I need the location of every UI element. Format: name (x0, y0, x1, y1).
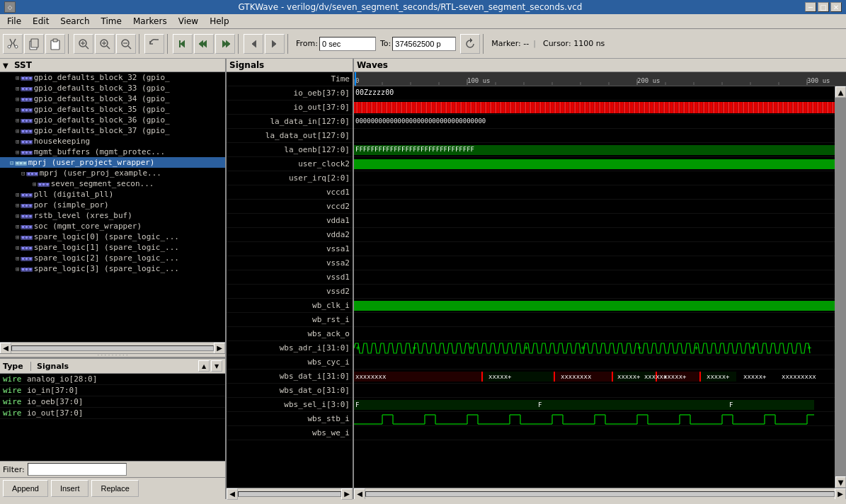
tree-item[interactable]: ⊞ ▣▣▣ pll (digital_pll) (0, 189, 225, 200)
signals-mid-hscroll[interactable]: ◀ ▶ (227, 488, 353, 499)
signal-row-4[interactable]: wire io_out[37:0] (0, 408, 225, 419)
tree-item[interactable]: ⊞ ▣▣▣ spare_logic[0] (spare_logic_... (0, 231, 225, 242)
waves-scroll-down[interactable]: ▼ (835, 476, 846, 488)
expand-icon[interactable]: ⊞ (16, 127, 19, 134)
tree-item[interactable]: ⊞ ▣▣▣ spare_logic[3] (spare_logic_... (0, 263, 225, 274)
signal-row-1[interactable]: wire analog_io[28:0] (0, 374, 225, 385)
maximize-button[interactable]: □ (818, 2, 829, 12)
signal-name-time: Time (227, 72, 353, 86)
waves-area[interactable]: 0 100 us 200 us 300 us (354, 72, 846, 499)
tree-item[interactable]: ⊟ ▣▣▣ mprj (user_proj_example... (0, 168, 225, 178)
prev-marker-button[interactable] (244, 34, 263, 54)
menu-help[interactable]: Help (204, 15, 234, 28)
waves-scroll-track-v[interactable] (835, 98, 846, 476)
expand-icon[interactable]: ⊞ (16, 96, 19, 103)
prev-button[interactable] (194, 34, 214, 54)
waves-scroll-track-h[interactable] (365, 491, 835, 497)
menu-time[interactable]: Time (96, 15, 127, 28)
wave-row-vssd2 (354, 285, 835, 299)
expand-icon[interactable]: ⊞ (16, 265, 19, 273)
wave-svg-wbs-sel: F F F (354, 398, 835, 412)
tree-item[interactable]: ⊞ ▣▣▣ gpio_defaults_block_34 (gpio_ (0, 93, 225, 104)
expand-icon[interactable]: ⊞ (16, 117, 19, 124)
zoom-in-button[interactable] (95, 34, 115, 54)
tree-item[interactable]: ⊞ ▣▣▣ rstb_level (xres_buf) (0, 210, 225, 221)
expand-icon[interactable]: ⊞ (16, 234, 19, 241)
signal-row-2[interactable]: wire io_in[37:0] (0, 385, 225, 396)
sst-scroll-track[interactable] (11, 345, 214, 351)
tree-item[interactable]: ⊞ ▣▣▣ gpio_defaults_block_32 (gpio_ (0, 72, 225, 83)
tree-item-mprj[interactable]: ⊟ ▣▣▣ mprj (user_project_wrapper) (0, 157, 225, 168)
waves-vscroll[interactable]: ▲ ▼ (835, 86, 846, 488)
expand-icon[interactable]: ⊞ (16, 244, 19, 251)
expand-icon[interactable]: ⊞ (33, 181, 36, 188)
expand-icon[interactable]: ⊞ (16, 223, 19, 230)
to-input[interactable] (392, 37, 456, 51)
waves-scroll-left[interactable]: ◀ (354, 488, 365, 500)
mid-scroll-left[interactable]: ◀ (227, 488, 238, 500)
wave-row-wbs-sel: F F F (354, 398, 835, 412)
expand-icon[interactable]: ⊞ (16, 149, 19, 156)
expand-icon[interactable]: ⊞ (16, 191, 19, 198)
from-input[interactable] (319, 37, 376, 51)
waves-canvas[interactable]: 00Zzzzz00 000000000000000000000000000000… (354, 86, 846, 488)
signals-list[interactable]: wire analog_io[28:0] wire io_in[37:0] wi… (0, 374, 225, 461)
next-marker-button[interactable] (265, 34, 285, 54)
minimize-button[interactable]: − (805, 2, 816, 12)
menu-view[interactable]: View (173, 15, 204, 28)
sst-scroll-right[interactable]: ▶ (214, 343, 225, 354)
signal-row-3[interactable]: wire io_oeb[37:0] (0, 396, 225, 408)
expand-icon[interactable]: ⊞ (16, 85, 19, 92)
menu-search[interactable]: Search (55, 15, 95, 28)
zoom-out-button[interactable] (116, 34, 136, 54)
next-button[interactable] (215, 34, 235, 54)
cut-button[interactable] (3, 34, 23, 54)
sst-collapse-icon[interactable]: ▼ (3, 62, 8, 69)
waves-hscroll[interactable]: ◀ ▶ (354, 488, 846, 499)
undo-button[interactable] (144, 34, 164, 54)
signals-scroll-down[interactable]: ▼ (211, 360, 222, 372)
tree-item[interactable]: ⊞ ▣▣▣ mgmt_buffers (mgmt_protec... (0, 147, 225, 157)
signal-name-vssd2: vssd2 (227, 285, 353, 299)
menu-file[interactable]: File (1, 15, 27, 28)
sst-tree[interactable]: ⊞ ▣▣▣ gpio_defaults_block_32 (gpio_ ⊞ ▣▣… (0, 72, 225, 342)
filter-input[interactable] (28, 463, 127, 476)
close-button[interactable]: ✕ (830, 2, 842, 12)
mid-scroll-track[interactable] (238, 491, 341, 497)
tree-item[interactable]: ⊞ ▣▣▣ spare_logic[1] (spare_logic_... (0, 242, 225, 253)
replace-button[interactable]: Replace (91, 480, 138, 497)
tree-item[interactable]: ⊞ ▣▣▣ spare_logic[2] (spare_logic_... (0, 253, 225, 263)
expand-icon[interactable]: ⊞ (16, 106, 19, 113)
separator-1 (68, 34, 71, 54)
tree-item[interactable]: ⊞ ▣▣▣ gpio_defaults_block_35 (gpio_ (0, 104, 225, 115)
tree-item[interactable]: ⊞ ▣▣▣ housekeeping (0, 136, 225, 147)
expand-icon[interactable]: ⊞ (16, 74, 19, 81)
menu-markers[interactable]: Markers (127, 15, 173, 28)
mid-scroll-right[interactable]: ▶ (341, 488, 353, 500)
sst-scroll-left[interactable]: ◀ (0, 343, 11, 354)
tree-item[interactable]: ⊞ ▣▣▣ gpio_defaults_block_36 (gpio_ (0, 115, 225, 125)
expand-icon[interactable]: ⊞ (16, 138, 19, 145)
waves-scroll-up[interactable]: ▲ (835, 86, 846, 98)
expand-icon[interactable]: ⊞ (16, 255, 19, 262)
signals-scroll-up[interactable]: ▲ (198, 360, 210, 372)
tree-item[interactable]: ⊞ ▣▣▣ gpio_defaults_block_37 (gpio_ (0, 125, 225, 136)
expand-icon-mprj[interactable]: ⊟ (10, 159, 13, 166)
tree-item[interactable]: ⊞ ▣▣▣ por (simple_por) (0, 200, 225, 210)
tree-item[interactable]: ⊞ ▣▣▣ soc (mgmt_core_wrapper) (0, 221, 225, 231)
paste-button[interactable] (45, 34, 65, 54)
waves-scroll-right[interactable]: ▶ (835, 488, 846, 500)
refresh-button[interactable] (460, 34, 480, 54)
signals-names-list[interactable]: Time io_oeb[37:0] io_out[37:0] la_data_i… (227, 72, 353, 488)
insert-button[interactable]: Insert (51, 480, 89, 497)
expand-icon[interactable]: ⊞ (16, 202, 19, 209)
goto-start-button[interactable] (173, 34, 193, 54)
expand-icon[interactable]: ⊟ (21, 170, 25, 177)
expand-icon[interactable]: ⊞ (16, 212, 19, 219)
copy-button[interactable] (24, 34, 44, 54)
tree-item[interactable]: ⊞ ▣▣▣ gpio_defaults_block_33 (gpio_ (0, 83, 225, 93)
zoom-fit-button[interactable] (74, 34, 93, 54)
menu-edit[interactable]: Edit (27, 15, 55, 28)
append-button[interactable]: Append (3, 480, 48, 497)
tree-item[interactable]: ⊞ ▣▣▣ seven_segment_secon... (0, 178, 225, 189)
